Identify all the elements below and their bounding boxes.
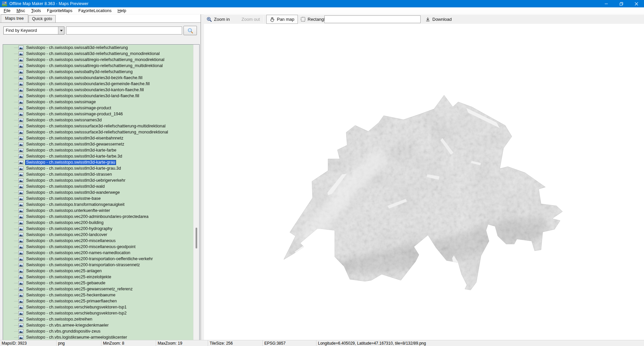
search-input[interactable] — [66, 26, 182, 35]
download-button[interactable]: Download — [425, 15, 452, 24]
map-layer-icon — [18, 160, 23, 165]
tree-item[interactable]: Swisstopo - ch.swisstopo.swisssurface3d-… — [3, 129, 194, 135]
tree-item[interactable]: Swisstopo - ch.vbs.logistikraeume-armeel… — [3, 334, 194, 340]
tree-item[interactable]: Swisstopo - ch.swisstopo.vec200-landcove… — [3, 232, 194, 238]
tree-item[interactable]: Swisstopo - ch.swisstopo.vec25-einzelobj… — [3, 274, 194, 280]
tab-quick-goto[interactable]: Quick goto — [29, 15, 56, 22]
tree-item[interactable]: Swisstopo - ch.swisstopo.vec25-anlagen — [3, 268, 194, 274]
menu-item-favoritemaps[interactable]: FavoriteMaps — [44, 8, 75, 14]
tree-connector — [14, 307, 18, 307]
tree-item[interactable]: Swisstopo - ch.swisstopo.swisstlm3d-gewa… — [3, 141, 194, 147]
tree-item[interactable]: Swisstopo - ch.swisstopo.swissimage-prod… — [3, 105, 194, 111]
tree-connector — [14, 325, 18, 326]
tree-connector — [14, 90, 18, 90]
minimize-button[interactable] — [599, 0, 614, 7]
scrollbar-thumb[interactable] — [196, 228, 197, 248]
zoom-in-icon — [207, 17, 212, 22]
map-layer-icon — [18, 184, 23, 189]
menu-item-misc[interactable]: Misc — [13, 8, 28, 14]
tree-item[interactable]: Swisstopo - ch.swisstopo.vec200-transpor… — [3, 256, 194, 262]
map-layer-icon — [18, 172, 23, 177]
tree-item[interactable]: Swisstopo - ch.swisstopo.zeitreihen — [3, 316, 194, 322]
tab-maps-tree[interactable]: Maps tree — [1, 14, 28, 22]
tree-item[interactable]: Swisstopo - ch.swisstopo.vec25-primaerfl… — [3, 298, 194, 304]
tree-item[interactable]: Swisstopo - ch.swisstopo.swissimage-prod… — [3, 111, 194, 117]
tree-item[interactable]: Swisstopo - ch.swisstopo.swisstlm3d-kart… — [3, 147, 194, 153]
tree-item[interactable]: Swisstopo - ch.swisstopo.swisstne-base — [3, 195, 194, 201]
tree-item[interactable]: Swisstopo - ch.swisstopo.swissboundaries… — [3, 87, 194, 93]
tree-item[interactable]: Swisstopo - ch.swisstopo.swisstlm3d-kart… — [3, 165, 194, 171]
tree-item[interactable]: Swisstopo - ch.swisstopo.vec25-gewaesser… — [3, 286, 194, 292]
pan-map-button[interactable]: Pan map — [266, 15, 298, 24]
search-mode-dropdown[interactable]: Find by Keyword — [3, 26, 64, 35]
tree-item[interactable]: Swisstopo - ch.swisstopo.swisstlm3d-kart… — [3, 153, 194, 159]
tree-item[interactable]: Swisstopo - ch.swisstopo.swissboundaries… — [3, 93, 194, 99]
map-layer-icon — [18, 227, 23, 231]
search-button[interactable] — [183, 26, 197, 35]
tree-connector — [14, 211, 18, 211]
rectangle-select-button[interactable]: Rectangle — [301, 15, 327, 24]
tree-item[interactable]: Swisstopo - ch.swisstopo.vec200-names-na… — [3, 250, 194, 256]
tree-item-label: Swisstopo - ch.swisstopo.swisstne-base — [25, 196, 102, 201]
tree-item-label: Swisstopo - ch.swisstopo.swissaltiregio-… — [25, 63, 164, 68]
tree-item[interactable]: Swisstopo - ch.swisstopo.swisstlm3d-uebr… — [3, 177, 194, 183]
zoom-in-button[interactable]: Zoom in — [207, 15, 230, 24]
tree-item-label: Swisstopo - ch.swisstopo.swisstlm3d-wand… — [25, 190, 121, 195]
tree-item[interactable]: Swisstopo - ch.swisstopo.swissimage — [3, 99, 194, 105]
tree-item[interactable]: Swisstopo - ch.swisstopo.swissboundaries… — [3, 75, 194, 81]
tree-item-label: Swisstopo - ch.swisstopo.swisstlm3d-kart… — [25, 154, 123, 159]
tree-item[interactable]: Swisstopo - ch.swisstopo.swissboundaries… — [3, 81, 194, 87]
panel-splitter[interactable] — [201, 14, 204, 340]
tree-item[interactable]: Swisstopo - ch.vbs.grunddispositiv-zeus — [3, 328, 194, 334]
tree-item[interactable]: Swisstopo - ch.swisstopo.vec200-miscella… — [3, 238, 194, 244]
tree-connector — [14, 319, 18, 320]
map-layer-icon — [18, 305, 23, 309]
tree-item[interactable]: Swisstopo - ch.swisstopo.swisstlm3d-stra… — [3, 171, 194, 177]
tree-item[interactable]: Swisstopo - ch.swisstopo.swissalti3d-rel… — [3, 45, 194, 51]
switzerland-relief-map[interactable] — [278, 91, 574, 298]
download-label: Download — [432, 17, 452, 22]
tree-item[interactable]: Swisstopo - ch.swisstopo.swissaltiregio-… — [3, 57, 194, 63]
tree-item[interactable]: Swisstopo - ch.swisstopo.swisstlm3d-kart… — [3, 159, 194, 165]
tree-item[interactable]: Swisstopo - ch.swisstopo.vec200-transpor… — [3, 262, 194, 268]
tree-item[interactable]: Swisstopo - ch.swisstopo.swissalti3d-rel… — [3, 51, 194, 57]
tree-item[interactable]: Swisstopo - ch.swisstopo.swissnames3d — [3, 117, 194, 123]
tree-item[interactable]: Swisstopo - ch.swisstopo.swisstlm3d-wand… — [3, 189, 194, 195]
tree-item[interactable]: Swisstopo - ch.swisstopo.swisstlm3d-eise… — [3, 135, 194, 141]
restore-button[interactable] — [614, 0, 629, 7]
tree-item[interactable]: Swisstopo - ch.swisstopo.swisstlm3d-wald — [3, 183, 194, 189]
tree-item[interactable]: Swisstopo - ch.swisstopo.verschiebungsve… — [3, 304, 194, 310]
tab-strip: Maps tree Quick goto — [1, 15, 56, 22]
tree-item[interactable]: Swisstopo - ch.swisstopo.vec200-hydrogra… — [3, 226, 194, 232]
tree-item[interactable]: Swisstopo - ch.swisstopo.vec200-miscella… — [3, 244, 194, 250]
map-canvas[interactable] — [204, 24, 644, 340]
menu-item-help[interactable]: Help — [114, 8, 129, 14]
tree-item[interactable]: Swisstopo - ch.swisstopo.swissaltiregio-… — [3, 63, 194, 69]
tree-item[interactable]: Swisstopo - ch.vbs.armee-kriegsdenkmaele… — [3, 322, 194, 328]
toolbar-text-input[interactable] — [324, 15, 421, 23]
menu-item-favoritelocations[interactable]: FavoriteLocations — [75, 8, 115, 14]
tree-item[interactable]: Swisstopo - ch.swisstopo.transformations… — [3, 201, 194, 208]
tree-item-label: Swisstopo - ch.swisstopo.swissboundaries… — [25, 88, 145, 93]
zoom-out-button: Zoom out — [241, 15, 260, 24]
map-layer-icon — [18, 58, 23, 62]
menu-item-file[interactable]: File — [1, 8, 13, 14]
close-button[interactable] — [629, 0, 644, 7]
tree-item[interactable]: Swisstopo - ch.swisstopo.swisssurface3d-… — [3, 123, 194, 129]
map-layer-icon — [18, 88, 23, 92]
tree-item[interactable]: Swisstopo - ch.swisstopo.vec200-building — [3, 220, 194, 226]
menu-item-tools[interactable]: Tools — [28, 8, 44, 14]
tree-item[interactable]: Swisstopo - ch.swisstopo.vec25-gebaeude — [3, 280, 194, 286]
tree-vertical-scrollbar[interactable] — [193, 45, 199, 346]
tree-item[interactable]: Swisstopo - ch.swisstopo.unterkuenfte-wi… — [3, 208, 194, 214]
tree-item-label: Swisstopo - ch.vbs.armee-kriegsdenkmaele… — [25, 323, 110, 328]
chevron-down-icon — [58, 27, 64, 34]
tree-item-label: Swisstopo - ch.swisstopo.swissboundaries… — [25, 94, 140, 99]
tree-item[interactable]: Swisstopo - ch.swisstopo.vec25-heckenbae… — [3, 292, 194, 298]
map-layer-icon — [18, 124, 23, 128]
tree-item-label: Swisstopo - ch.swisstopo.swisstlm3d-kart… — [25, 148, 117, 153]
tree-item-label: Swisstopo - ch.vbs.grunddispositiv-zeus — [25, 329, 102, 334]
tree-item[interactable]: Swisstopo - ch.swisstopo.verschiebungsve… — [3, 310, 194, 316]
tree-item[interactable]: Swisstopo - ch.swisstopo.swissbathy3d-re… — [3, 69, 194, 75]
tree-item[interactable]: Swisstopo - ch.swisstopo.vec200-adminbou… — [3, 214, 194, 220]
